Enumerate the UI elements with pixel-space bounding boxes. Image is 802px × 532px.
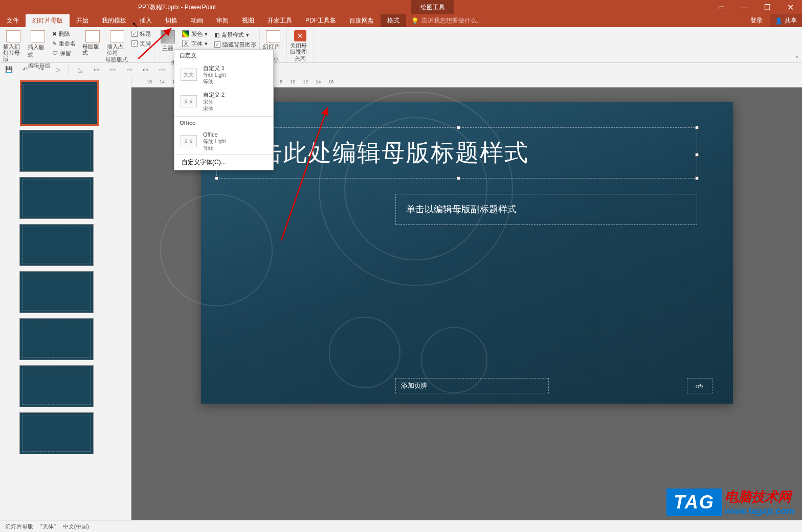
quick-access-toolbar: 💾 ↶ ↷ ▷ ◺ ▭ ▭ ▭ ▭ ▭ ▭ ▭ ▾	[0, 63, 802, 76]
vertical-ruler	[119, 76, 131, 520]
subtitle-text[interactable]: 单击以编辑母版副标题样式	[406, 203, 517, 215]
insert-layout-button[interactable]: 插入版式	[28, 28, 48, 62]
tab-my-templates[interactable]: 我的模板	[95, 14, 133, 27]
rename-icon: ✎	[52, 40, 57, 47]
qat-btn[interactable]: ▭	[91, 64, 102, 75]
delete-icon: ✖	[52, 31, 57, 37]
layout-thumbnail[interactable]	[19, 271, 94, 313]
login-button[interactable]: 登录	[743, 14, 770, 27]
status-view: 幻灯片母版	[5, 523, 33, 530]
dropdown-section-office: Office	[174, 118, 273, 128]
qat-btn[interactable]: ▭	[123, 64, 135, 75]
tab-developer[interactable]: 开发工具	[261, 14, 299, 27]
colors-icon	[182, 30, 189, 37]
qat-btn[interactable]: ▭	[156, 64, 167, 75]
bg-styles-icon: ◧	[214, 32, 219, 38]
title-bar: PPT教程2.pptx - PowerPoint 绘图工具 ▭ — ❐ ✕	[0, 0, 802, 14]
collapse-ribbon-button[interactable]: ^	[792, 27, 802, 62]
watermark: TAG 电脑技术网 www.tagxp.com	[666, 488, 794, 517]
delete-button[interactable]: ✖删除	[52, 29, 76, 38]
font-option-custom2[interactable]: 文文 自定义 2 宋体 宋体	[174, 88, 273, 115]
font-preview-icon: 文文	[181, 69, 197, 81]
status-bar: 幻灯片母版 "天体" 中文(中国)	[0, 521, 802, 532]
layout-thumbnail[interactable]	[19, 130, 94, 172]
subtitle-placeholder[interactable]: 单击以编辑母版副标题样式	[395, 194, 697, 225]
chevron-down-icon: ▾	[246, 32, 249, 38]
close-icon: ✕	[294, 30, 306, 41]
undo-button[interactable]: ↶	[19, 64, 31, 75]
restore-button[interactable]: ❐	[756, 0, 779, 14]
font-option-custom1[interactable]: 文文 自定义 1 等线 Light 等线	[174, 61, 273, 88]
font-preview-icon: 文文	[181, 135, 197, 147]
close-master-button[interactable]: ✕ 关闭母版视图	[290, 28, 310, 55]
master-layout-icon	[85, 30, 100, 42]
tell-me-search[interactable]: 💡 告诉我您想要做什么...	[406, 14, 487, 27]
font-option-office[interactable]: 文文 Office 等线 Light 等线	[174, 128, 273, 154]
insert-slide-master-button[interactable]: 插入幻灯片母版	[3, 28, 24, 62]
qat-btn[interactable]: ▭	[107, 64, 118, 75]
tab-pdf-tools[interactable]: PDF工具集	[299, 14, 343, 27]
redo-button[interactable]: ↷	[36, 64, 47, 75]
checkbox-icon	[131, 40, 138, 47]
main-area: 1614121086420246810121416 单 击此处编辑母版标题样式	[0, 76, 802, 520]
footers-checkbox[interactable]: 页脚	[131, 39, 151, 48]
checkbox-icon	[131, 31, 138, 37]
start-from-beginning-button[interactable]: ▷	[52, 64, 63, 75]
tab-slide-master[interactable]: 幻灯片母版	[26, 14, 70, 27]
minimize-button[interactable]: —	[733, 0, 756, 14]
tab-animations[interactable]: 动画	[184, 14, 210, 27]
dropdown-section-custom: 自定义	[174, 50, 273, 61]
qat-btn[interactable]: ▭	[140, 64, 151, 75]
preserve-icon: 🛡	[52, 50, 58, 56]
master-thumbnail[interactable]	[21, 81, 98, 125]
layout-icon	[31, 30, 45, 42]
hide-bg-graphics-checkbox[interactable]: 隐藏背景图形	[214, 40, 256, 49]
tab-transitions[interactable]: 切换	[159, 14, 184, 27]
layout-thumbnail[interactable]	[19, 365, 94, 407]
tab-view[interactable]: 视图	[235, 14, 261, 27]
background-styles-button[interactable]: ◧背景样式▾	[214, 30, 256, 39]
slide-canvas[interactable]: 单 击此处编辑母版标题样式 单击以编辑母版副标题样式	[201, 102, 733, 404]
rename-button[interactable]: ✎重命名	[52, 39, 76, 48]
preserve-button[interactable]: 🛡保留	[52, 49, 76, 58]
thumbnail-pane[interactable]	[0, 76, 119, 520]
tab-baidu[interactable]: 百度网盘	[343, 14, 381, 27]
placeholder-icon	[110, 30, 124, 42]
share-icon: 👤	[775, 17, 783, 25]
tab-review[interactable]: 审阅	[210, 14, 235, 27]
group-close-label: 关闭	[295, 55, 306, 63]
title-placeholder[interactable]: 单 击此处编辑母版标题样式	[216, 127, 697, 179]
insert-placeholder-button[interactable]: 插入占位符	[107, 28, 127, 56]
slide-number-placeholder[interactable]: ‹#›	[687, 378, 712, 393]
colors-button[interactable]: 颜色▾	[182, 29, 208, 38]
status-language[interactable]: 中文(中国)	[63, 523, 89, 530]
tab-file[interactable]: 文件	[0, 14, 26, 27]
layout-thumbnail[interactable]	[19, 412, 94, 454]
status-theme: "天体"	[40, 523, 56, 530]
fonts-dropdown[interactable]: 自定义 文文 自定义 1 等线 Light 等线 文文 自定义 2 宋体 宋体 …	[174, 49, 274, 170]
chevron-down-icon: ▾	[205, 40, 208, 47]
fonts-button[interactable]: 文字体▾	[182, 39, 208, 48]
layout-thumbnail[interactable]	[19, 318, 94, 360]
chevron-down-icon: ▾	[205, 31, 208, 37]
lightbulb-icon: 💡	[411, 17, 419, 25]
ribbon-options-icon[interactable]: ▭	[710, 0, 733, 14]
slide-master-icon	[6, 30, 20, 42]
customize-fonts-button[interactable]: 自定义字体(C)...	[174, 154, 273, 170]
qat-btn[interactable]: ◺	[74, 64, 85, 75]
contextual-tab-label: 绘图工具	[411, 0, 454, 14]
ribbon-tabs: 文件 幻灯片母版 开始 我的模板 插入 切换 动画 审阅 视图 开发工具 PDF…	[0, 14, 802, 27]
save-button[interactable]: 💾	[3, 64, 14, 75]
fonts-icon: 文	[182, 40, 189, 47]
title-checkbox[interactable]: 标题	[131, 29, 151, 38]
checkbox-icon	[214, 41, 220, 48]
close-button[interactable]: ✕	[779, 0, 802, 14]
font-preview-icon: 文文	[181, 95, 197, 107]
master-layout-button[interactable]: 母版版式	[82, 28, 103, 56]
share-button[interactable]: 👤 共享	[770, 14, 802, 27]
footer-placeholder[interactable]: 添加页脚	[395, 378, 549, 393]
layout-thumbnail[interactable]	[19, 177, 94, 219]
layout-thumbnail[interactable]	[19, 224, 94, 266]
tab-format[interactable]: 格式	[381, 14, 406, 27]
tab-home[interactable]: 开始	[70, 14, 95, 27]
